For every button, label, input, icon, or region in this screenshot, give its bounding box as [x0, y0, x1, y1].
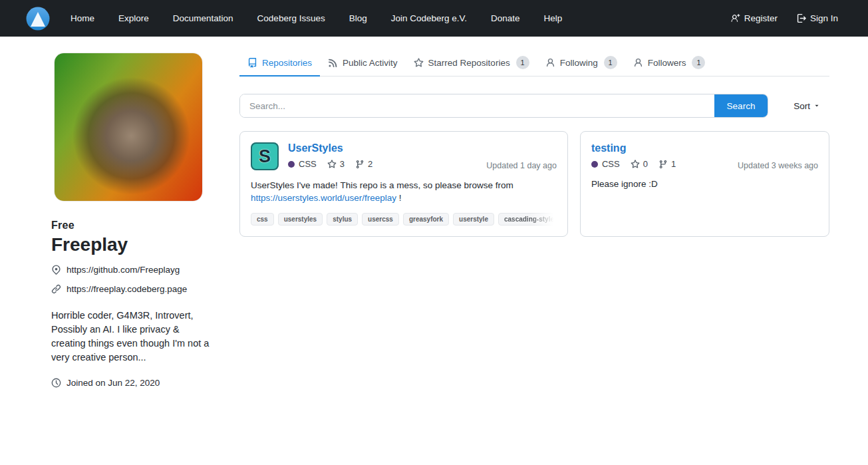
nav-help[interactable]: Help [544, 13, 563, 23]
main-nav: Home Explore Documentation Codeberg Issu… [71, 13, 562, 23]
language-label: CSS [299, 159, 317, 169]
language-label: CSS [602, 159, 620, 169]
tab-repositories[interactable]: Repositories [239, 52, 320, 77]
register-label: Register [744, 13, 778, 23]
search-group: Search [239, 94, 768, 118]
repo-link[interactable]: testing [591, 142, 626, 154]
language-dot-icon [591, 161, 598, 168]
topic-chip[interactable]: css [251, 213, 274, 226]
profile-website-row: https://freeplay.codeberg.page [51, 284, 211, 294]
tab-public-activity[interactable]: Public Activity [320, 52, 406, 77]
clock-icon [51, 378, 61, 388]
repo-description: UserStyles I've made! This repo is a mes… [251, 180, 557, 205]
topic-chip[interactable]: cascading-style-sh [498, 213, 557, 226]
profile-location-row: https://github.com/Freeplayg [51, 265, 211, 275]
star-icon [414, 58, 424, 68]
profile-bio: Horrible coder, G4M3R, Introvert, Possib… [51, 309, 210, 365]
repo-link[interactable]: UserStyles [288, 142, 343, 154]
git-fork-icon [658, 160, 668, 169]
repo-description: Please ignore :D [591, 178, 818, 191]
tab-starred-repositories[interactable]: Starred Repositories 1 [406, 52, 537, 77]
repo-topics: css userstyles stylus usercss greasyfork… [251, 213, 557, 226]
repo-stars[interactable]: 0 [631, 159, 648, 169]
search-row: Search Sort [239, 94, 829, 118]
profile-tabs: Repositories Public Activity Starred Rep… [239, 52, 829, 77]
tab-label: Following [560, 58, 598, 68]
starred-count-badge: 1 [516, 56, 529, 69]
repo-updated: Updated 1 day ago [486, 161, 557, 170]
profile-sidebar: Free Freeplay https://github.com/Freepla… [51, 53, 211, 388]
git-fork-icon [355, 160, 364, 169]
profile-full-name: Free [51, 220, 211, 232]
topic-chip[interactable]: usercss [362, 213, 399, 226]
topic-chip[interactable]: stylus [327, 213, 358, 226]
topic-chip[interactable]: userstyles [278, 213, 323, 226]
nav-home[interactable]: Home [71, 13, 94, 23]
repo-meta: CSS 3 2 [288, 159, 372, 169]
tab-label: Followers [648, 58, 686, 68]
profile-joined-text: Joined on Jun 22, 2020 [67, 378, 160, 388]
tab-label: Repositories [262, 58, 312, 68]
search-input[interactable] [240, 94, 714, 117]
nav-donate[interactable]: Donate [491, 13, 520, 23]
tab-label: Public Activity [343, 58, 398, 68]
star-icon [631, 160, 640, 169]
user-avatar[interactable] [55, 53, 202, 201]
repo-avatar: S [251, 142, 279, 170]
codeberg-logo-icon [25, 6, 51, 31]
person-plus-icon [730, 13, 740, 23]
repo-forks[interactable]: 1 [658, 159, 676, 169]
link-icon [51, 284, 61, 294]
sort-label: Sort [794, 101, 810, 111]
sign-in-icon [796, 13, 806, 23]
register-link[interactable]: Register [730, 13, 778, 23]
person-icon [545, 58, 555, 68]
repo-description-suffix: ! [396, 193, 402, 203]
repo-forks[interactable]: 2 [355, 159, 372, 169]
sort-dropdown[interactable]: Sort [794, 101, 829, 111]
fork-count: 2 [368, 159, 372, 169]
search-button[interactable]: Search [714, 94, 768, 117]
repo-avatar-letter: S [259, 146, 271, 167]
nav-documentation[interactable]: Documentation [173, 13, 233, 23]
location-pin-icon [51, 265, 61, 275]
repo-card-testing: testing CSS 0 1 [580, 131, 829, 237]
tab-following[interactable]: Following 1 [537, 52, 625, 77]
language-dot-icon [288, 161, 295, 168]
star-count: 0 [643, 159, 648, 169]
followers-count-badge: 1 [692, 56, 705, 69]
repo-description-link[interactable]: https://userstyles.world/user/freeplay [251, 193, 396, 203]
chevron-down-icon [813, 102, 820, 109]
following-count-badge: 1 [604, 56, 617, 69]
topic-chip[interactable]: userstyle [453, 213, 494, 226]
repo-description-text: UserStyles I've made! This repo is a mes… [251, 180, 513, 190]
profile-location-text: https://github.com/Freeplayg [67, 265, 180, 275]
fork-count: 1 [671, 159, 676, 169]
nav-explore[interactable]: Explore [118, 13, 149, 23]
topic-chip[interactable]: greasyfork [403, 213, 449, 226]
tab-label: Starred Repositories [428, 58, 510, 68]
repo-language: CSS [591, 159, 620, 169]
navbar: Home Explore Documentation Codeberg Issu… [0, 0, 868, 37]
tab-followers[interactable]: Followers 1 [625, 52, 714, 77]
sign-in-link[interactable]: Sign In [796, 13, 838, 23]
repo-stars[interactable]: 3 [327, 159, 345, 169]
star-count: 3 [340, 159, 345, 169]
sign-in-label: Sign In [810, 13, 838, 23]
repo-card-userstyles: S UserStyles CSS 3 [239, 131, 568, 237]
repository-list: S UserStyles CSS 3 [239, 131, 829, 237]
profile-joined-row: Joined on Jun 22, 2020 [51, 378, 211, 388]
repo-language: CSS [288, 159, 317, 169]
nav-codeberg-issues[interactable]: Codeberg Issues [257, 13, 325, 23]
person-icon [633, 58, 643, 68]
repo-updated: Updated 3 weeks ago [738, 161, 818, 170]
profile-username: Freeplay [51, 234, 211, 255]
rss-icon [328, 58, 338, 68]
repo-icon [247, 58, 257, 68]
star-icon [327, 160, 337, 169]
nav-blog[interactable]: Blog [349, 13, 367, 23]
navbar-right: Register Sign In [730, 13, 838, 23]
profile-website-link[interactable]: https://freeplay.codeberg.page [67, 284, 187, 294]
nav-join-codeberg[interactable]: Join Codeberg e.V. [391, 13, 467, 23]
codeberg-logo[interactable] [25, 6, 51, 31]
